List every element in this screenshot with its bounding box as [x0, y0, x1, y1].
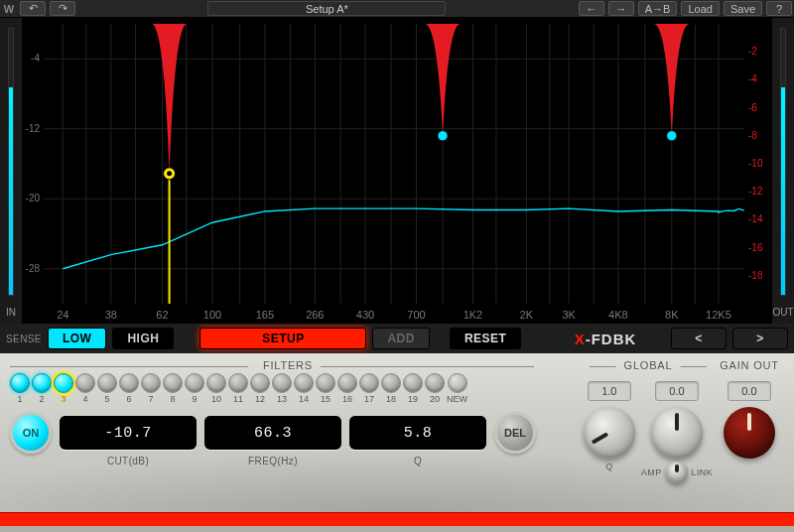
- filter-led-icon[interactable]: [316, 373, 335, 393]
- svg-text:-16: -16: [748, 242, 763, 253]
- eq-graph[interactable]: 2438621001652664307001K22K3K4K88K12K5-4-…: [22, 18, 772, 324]
- global-q-value[interactable]: 1.0: [588, 381, 631, 401]
- svg-text:1K2: 1K2: [463, 309, 483, 321]
- filter-slot-number: 5: [104, 394, 109, 404]
- filter-slot-11[interactable]: 11: [228, 373, 248, 404]
- svg-text:-4: -4: [31, 53, 40, 64]
- sense-high-button[interactable]: HIGH: [112, 328, 174, 349]
- filter-delete-button[interactable]: DEL: [494, 412, 536, 454]
- gain-out-group-label: GAIN OUT: [712, 359, 787, 371]
- filter-led-icon[interactable]: [403, 373, 423, 393]
- filter-led-icon[interactable]: [425, 373, 445, 393]
- sense-low-button[interactable]: LOW: [48, 328, 107, 349]
- filter-led-icon[interactable]: [272, 373, 292, 393]
- global-amp-value[interactable]: 0.0: [655, 381, 699, 401]
- filter-next-button[interactable]: >: [732, 328, 788, 349]
- filter-led-icon[interactable]: [119, 373, 139, 393]
- filter-led-icon[interactable]: [381, 373, 401, 393]
- svg-text:62: 62: [156, 309, 168, 321]
- filter-led-icon[interactable]: [185, 373, 204, 393]
- redo-button[interactable]: ↷: [50, 1, 75, 16]
- cut-value-display[interactable]: -10.7: [60, 416, 197, 450]
- filter-slot-4[interactable]: 4: [75, 373, 95, 404]
- help-button[interactable]: ?: [766, 1, 792, 16]
- filter-slot-15[interactable]: 15: [316, 373, 335, 404]
- svg-text:24: 24: [57, 309, 68, 321]
- add-button[interactable]: ADD: [372, 328, 430, 349]
- filter-slot-10[interactable]: 10: [206, 373, 226, 404]
- filter-led-icon[interactable]: [337, 373, 357, 393]
- prev-preset-button[interactable]: ←: [579, 1, 604, 16]
- next-preset-button[interactable]: →: [608, 1, 634, 16]
- filter-slot-number: 4: [82, 394, 87, 404]
- setup-button[interactable]: SETUP: [199, 328, 366, 349]
- global-group-label: GLOBAL: [616, 359, 681, 371]
- filter-led-icon[interactable]: [163, 373, 183, 393]
- filter-slot-16[interactable]: 16: [337, 373, 357, 404]
- plugin-brand-label: X-FDBK: [546, 331, 665, 347]
- gain-out-knob[interactable]: [724, 407, 775, 459]
- filter-slot-number: 9: [192, 394, 197, 404]
- link-knob[interactable]: [666, 462, 688, 483]
- filter-slot-12[interactable]: 12: [250, 373, 270, 404]
- global-amp-knob[interactable]: [651, 407, 703, 459]
- filter-slot-17[interactable]: 17: [359, 373, 379, 404]
- filter-slot-1[interactable]: 1: [10, 373, 30, 404]
- ab-copy-button[interactable]: A→B: [638, 1, 678, 16]
- filter-slot-number: 12: [255, 394, 265, 404]
- filter-led-icon[interactable]: [359, 373, 379, 393]
- filter-slot-number: 3: [61, 394, 66, 404]
- filter-slot-number: 20: [430, 394, 440, 404]
- filter-slot-8[interactable]: 8: [163, 373, 183, 404]
- filter-slot-18[interactable]: 18: [381, 373, 401, 404]
- undo-button[interactable]: ↶: [20, 1, 46, 16]
- svg-text:2K: 2K: [520, 309, 534, 321]
- filter-new-slot[interactable]: NEW: [447, 373, 467, 404]
- svg-text:700: 700: [407, 309, 425, 321]
- filter-on-button[interactable]: ON: [10, 412, 52, 454]
- graph-area: IN 2438621001652664307001K22K3K4K88K12K5…: [0, 18, 794, 324]
- filter-slot-2[interactable]: 2: [32, 373, 52, 404]
- svg-point-61: [438, 131, 448, 141]
- mode-row: SENSE LOW HIGH SETUP ADD RESET X-FDBK < …: [0, 324, 794, 353]
- filter-led-icon[interactable]: [141, 373, 161, 393]
- link-label: LINK: [692, 467, 714, 477]
- freq-value-display[interactable]: 66.3: [204, 416, 341, 450]
- q-value-display[interactable]: 5.8: [349, 416, 486, 450]
- filter-led-icon[interactable]: [32, 373, 52, 393]
- gain-out-value[interactable]: 0.0: [728, 381, 771, 401]
- filter-slot-5[interactable]: 5: [97, 373, 117, 404]
- filter-led-icon[interactable]: [206, 373, 226, 393]
- filter-slot-number: 15: [321, 394, 331, 404]
- filter-slot-19[interactable]: 19: [403, 373, 423, 404]
- sense-label: SENSE: [6, 333, 42, 344]
- control-panel: FILTERS 1234567891011121314151617181920N…: [0, 353, 794, 512]
- filter-led-icon[interactable]: [10, 373, 30, 393]
- svg-text:-18: -18: [748, 270, 763, 281]
- filter-slot-20[interactable]: 20: [425, 373, 445, 404]
- svg-text:4K8: 4K8: [608, 309, 628, 321]
- top-toolbar: W ↶ ↷ Setup A* ← → A→B Load Save ?: [0, 0, 794, 18]
- save-button[interactable]: Save: [724, 1, 762, 16]
- reset-button[interactable]: RESET: [450, 328, 522, 349]
- filter-led-icon[interactable]: [294, 373, 314, 393]
- filter-led-icon[interactable]: [250, 373, 270, 393]
- filter-led-icon[interactable]: [54, 373, 73, 393]
- load-button[interactable]: Load: [681, 1, 719, 16]
- filter-led-icon[interactable]: [97, 373, 117, 393]
- filter-slot-13[interactable]: 13: [272, 373, 292, 404]
- svg-text:3K: 3K: [562, 309, 576, 321]
- preset-title[interactable]: Setup A*: [207, 1, 446, 16]
- filter-led-icon[interactable]: [228, 373, 248, 393]
- filter-new-led-icon[interactable]: [448, 373, 467, 393]
- filter-prev-button[interactable]: <: [671, 328, 727, 349]
- filters-group-label: FILTERS: [255, 359, 321, 371]
- filter-slot-7[interactable]: 7: [141, 373, 161, 404]
- filter-slot-14[interactable]: 14: [294, 373, 314, 404]
- global-q-knob[interactable]: [584, 407, 635, 459]
- filter-slot-9[interactable]: 9: [185, 373, 204, 404]
- filter-led-icon[interactable]: [75, 373, 95, 393]
- svg-text:-10: -10: [748, 158, 763, 169]
- filter-slot-6[interactable]: 6: [119, 373, 139, 404]
- filter-slot-3[interactable]: 3: [54, 373, 73, 404]
